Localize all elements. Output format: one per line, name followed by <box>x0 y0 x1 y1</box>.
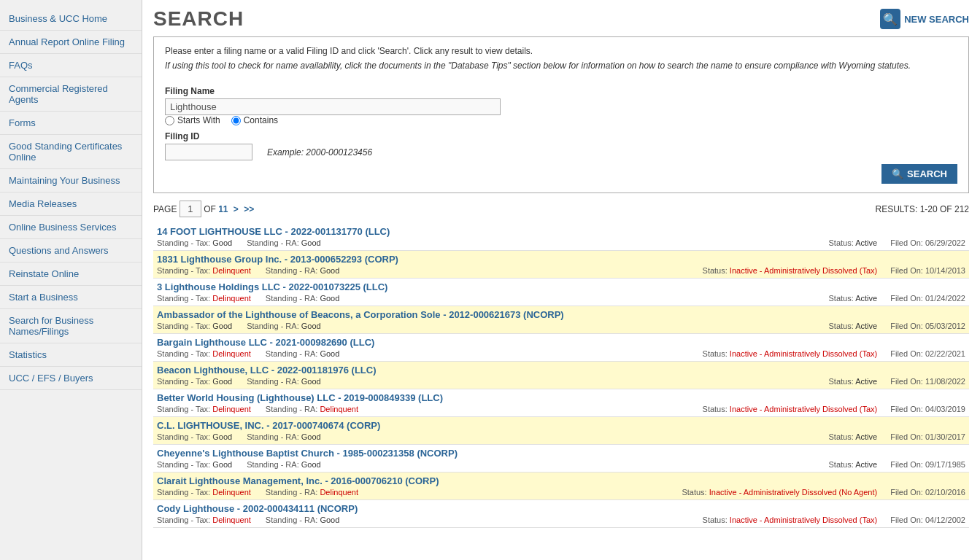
table-row: Bargain Lighthouse LLC - 2021-000982690 … <box>153 334 969 362</box>
result-details: Standing - Tax: Delinquent Standing - RA… <box>157 294 965 303</box>
standing-ra: Standing - RA: Good <box>247 238 321 247</box>
filing-id-example: Example: 2000-000123456 <box>267 147 372 158</box>
result-left: Standing - Tax: Good Standing - RA: Good <box>157 238 321 247</box>
sidebar-item-annual-report[interactable]: Annual Report Online Filing <box>0 31 142 54</box>
result-details: Standing - Tax: Delinquent Standing - RA… <box>157 488 965 497</box>
filing-id-section: Filing ID Example: 2000-000123456 <box>165 131 943 160</box>
search-icon: 🔍 <box>892 168 903 179</box>
starts-with-radio[interactable] <box>165 116 174 125</box>
sidebar-item-ucc-efs-buyers[interactable]: UCC / EFS / Buyers <box>0 367 142 390</box>
filed-on: Filed On: 01/24/2022 <box>890 294 965 303</box>
sidebar-item-business-ucc-home[interactable]: Business & UCC Home <box>0 7 142 31</box>
result-left: Standing - Tax: Delinquent Standing - RA… <box>157 516 339 524</box>
result-details: Standing - Tax: Delinquent Standing - RA… <box>157 266 965 275</box>
result-right: Status: Active Filed On: 01/24/2022 <box>829 294 965 303</box>
pagination-left: PAGE OF 11 > >> <box>153 201 254 217</box>
contains-radio[interactable] <box>231 116 241 125</box>
table-row: Cody Lighthouse - 2002-000434111 (NCORP)… <box>153 500 969 528</box>
header-row: SEARCH 🔍 NEW SEARCH <box>153 7 969 31</box>
standing-ra: Standing - RA: Good <box>266 349 340 358</box>
result-name[interactable]: 14 FOOT LIGHTHOUSE LLC - 2022-001131770 … <box>157 226 390 237</box>
result-details: Standing - Tax: Good Standing - RA: Good… <box>157 460 965 469</box>
result-right: Status: Active Filed On: 05/03/2012 <box>829 322 965 330</box>
standing-tax: Standing - Tax: Good <box>157 322 232 330</box>
result-left: Standing - Tax: Good Standing - RA: Good <box>157 460 321 469</box>
result-left: Standing - Tax: Delinquent Standing - RA… <box>157 488 358 497</box>
status: Status: Active <box>829 238 878 247</box>
status: Status: Active <box>829 377 878 386</box>
table-row: Cheyenne's Lighthouse Baptist Church - 1… <box>153 445 969 472</box>
search-button[interactable]: 🔍 SEARCH <box>881 164 957 184</box>
sidebar-item-faqs[interactable]: FAQs <box>0 54 142 77</box>
sidebar-item-start-business[interactable]: Start a Business <box>0 286 142 309</box>
result-left: Standing - Tax: Good Standing - RA: Good <box>157 322 321 330</box>
page-input[interactable] <box>180 201 201 217</box>
sidebar-item-search-business[interactable]: Search for Business Names/Filings <box>0 309 142 343</box>
filing-name-input[interactable] <box>165 98 501 115</box>
result-name[interactable]: Ambassador of the Lighthouse of Beacons,… <box>157 309 564 320</box>
result-name[interactable]: 3 Lighthouse Holdings LLC - 2022-0010732… <box>157 281 387 292</box>
result-right: Status: Active Filed On: 01/30/2017 <box>829 432 965 441</box>
filed-on: Filed On: 09/17/1985 <box>890 460 965 469</box>
new-search-button[interactable]: 🔍 NEW SEARCH <box>880 9 969 29</box>
result-name[interactable]: Cody Lighthouse - 2002-000434111 (NCORP) <box>157 503 358 514</box>
standing-tax: Standing - Tax: Good <box>157 377 232 386</box>
filing-id-input[interactable] <box>165 144 252 160</box>
status: Status: Inactive - Administratively Diss… <box>703 516 878 524</box>
starts-with-label[interactable]: Starts With <box>165 115 220 125</box>
total-pages[interactable]: 11 <box>218 204 228 214</box>
page-title: SEARCH <box>153 7 244 31</box>
result-name[interactable]: Beacon Lighthouse, LLC - 2022-001181976 … <box>157 365 377 376</box>
result-name[interactable]: Better World Housing (Lighthouse) LLC - … <box>157 392 443 403</box>
standing-tax: Standing - Tax: Delinquent <box>157 488 251 497</box>
result-name[interactable]: Clarait Lighthouse Management, Inc. - 20… <box>157 475 439 486</box>
page-label: PAGE <box>153 204 177 214</box>
filed-on: Filed On: 02/10/2016 <box>890 488 965 497</box>
sidebar-item-commercial-registered-agents[interactable]: Commercial Registered Agents <box>0 77 142 112</box>
sidebar-item-online-business-services[interactable]: Online Business Services <box>0 216 142 239</box>
table-row: Clarait Lighthouse Management, Inc. - 20… <box>153 472 969 500</box>
result-name[interactable]: Bargain Lighthouse LLC - 2021-000982690 … <box>157 337 374 348</box>
result-name[interactable]: C.L. LIGHTHOUSE, INC. - 2017-000740674 (… <box>157 420 380 431</box>
result-name[interactable]: Cheyenne's Lighthouse Baptist Church - 1… <box>157 448 458 459</box>
table-row: 3 Lighthouse Holdings LLC - 2022-0010732… <box>153 279 969 306</box>
table-row: 14 FOOT LIGHTHOUSE LLC - 2022-001131770 … <box>153 223 969 251</box>
filing-id-label: Filing ID <box>165 131 943 141</box>
sidebar-item-good-standing[interactable]: Good Standing Certificates Online <box>0 135 142 169</box>
new-search-icon: 🔍 <box>880 9 900 29</box>
standing-tax: Standing - Tax: Good <box>157 460 232 469</box>
standing-ra: Standing - RA: Good <box>247 377 321 386</box>
standing-ra: Standing - RA: Good <box>266 266 340 275</box>
status: Status: Active <box>829 294 878 303</box>
sidebar-item-forms[interactable]: Forms <box>0 112 142 135</box>
last-page[interactable]: >> <box>244 204 254 214</box>
result-left: Standing - Tax: Delinquent Standing - RA… <box>157 266 339 275</box>
standing-tax: Standing - Tax: Delinquent <box>157 294 251 303</box>
filed-on: Filed On: 10/14/2013 <box>890 266 965 275</box>
status: Status: Inactive - Administratively Diss… <box>682 488 877 497</box>
result-right: Status: Inactive - Administratively Diss… <box>682 488 965 497</box>
pagination-row: PAGE OF 11 > >> RESULTS: 1-20 OF 212 <box>153 201 969 217</box>
contains-label[interactable]: Contains <box>231 115 278 125</box>
status: Status: Active <box>829 432 878 441</box>
result-details: Standing - Tax: Delinquent Standing - RA… <box>157 349 965 358</box>
sidebar-item-questions-answers[interactable]: Questions and Answers <box>0 239 142 262</box>
sidebar-item-media-releases[interactable]: Media Releases <box>0 192 142 216</box>
sidebar-item-reinstate-online[interactable]: Reinstate Online <box>0 262 142 286</box>
filed-on: Filed On: 02/22/2021 <box>890 349 965 358</box>
status: Status: Inactive - Administratively Diss… <box>703 266 878 275</box>
search-button-label: SEARCH <box>907 168 947 179</box>
result-left: Standing - Tax: Good Standing - RA: Good <box>157 432 321 441</box>
of-label: OF <box>204 204 218 214</box>
sidebar-item-maintaining-business[interactable]: Maintaining Your Business <box>0 169 142 192</box>
result-left: Standing - Tax: Good Standing - RA: Good <box>157 377 321 386</box>
result-name[interactable]: 1831 Lighthouse Group Inc. - 2013-000652… <box>157 254 398 265</box>
standing-ra: Standing - RA: Good <box>247 460 321 469</box>
next-page[interactable]: > <box>234 204 239 214</box>
filing-name-section: Filing Name <box>165 86 943 115</box>
standing-ra: Standing - RA: Delinquent <box>266 405 358 413</box>
status: Status: Inactive - Administratively Diss… <box>703 349 878 358</box>
sidebar-item-statistics[interactable]: Statistics <box>0 343 142 367</box>
result-details: Standing - Tax: Good Standing - RA: Good… <box>157 377 965 386</box>
result-right: Status: Inactive - Administratively Diss… <box>703 405 965 413</box>
